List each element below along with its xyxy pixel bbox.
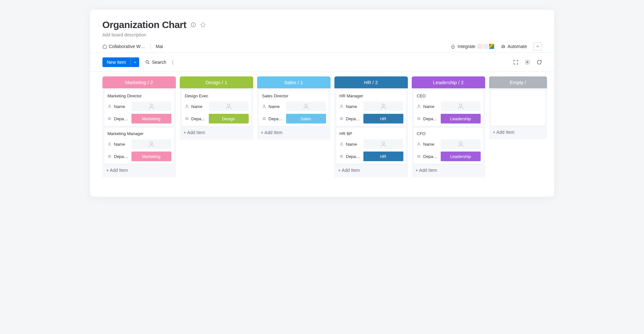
chevron-up-icon bbox=[535, 44, 540, 49]
row-label-name: Name bbox=[269, 104, 284, 109]
department-value[interactable]: Leadership bbox=[441, 152, 481, 161]
name-avatar-cell[interactable] bbox=[209, 102, 249, 111]
app-window: Organization Chart Add board description… bbox=[90, 10, 554, 197]
kanban-board[interactable]: Marketing / 2Marketing DirectorNameDepar… bbox=[90, 72, 554, 177]
row-label-department: Depart… bbox=[114, 116, 130, 121]
expand-icon bbox=[513, 59, 519, 65]
card-row-department: Depart…HR bbox=[336, 113, 406, 126]
search-button[interactable]: Search bbox=[145, 60, 166, 65]
name-avatar-cell[interactable] bbox=[286, 102, 326, 111]
column-header[interactable]: Leadership / 2 bbox=[412, 76, 485, 88]
workspace-label: Collaborative W… bbox=[109, 44, 145, 49]
row-label-name: Name bbox=[114, 104, 130, 109]
column-header[interactable]: Marketing / 2 bbox=[102, 76, 176, 88]
main-table-tab[interactable]: Mai bbox=[156, 40, 163, 53]
name-avatar-cell[interactable] bbox=[363, 102, 403, 111]
svg-point-47 bbox=[459, 142, 462, 144]
department-value[interactable]: Marketing bbox=[131, 152, 171, 161]
kanban-card[interactable]: Marketing DirectorNameDepart…Marketing bbox=[104, 90, 174, 126]
row-label-name: Name bbox=[114, 142, 130, 147]
kanban-card[interactable]: HR BPNameDepart…HR bbox=[336, 128, 406, 164]
kanban-card[interactable]: CFONameDepart…Leadership bbox=[414, 128, 483, 164]
kanban-card[interactable]: Marketing ManagerNameDepart…Marketing bbox=[104, 128, 174, 164]
person-icon bbox=[339, 142, 344, 146]
card-row-name: Name bbox=[336, 100, 406, 113]
kanban-column: Design / 1Design ExecNameDepart…Design+ … bbox=[180, 76, 253, 140]
list-icon bbox=[107, 116, 112, 121]
list-icon bbox=[416, 116, 421, 121]
name-avatar-cell[interactable] bbox=[441, 102, 481, 111]
person-icon bbox=[107, 142, 112, 146]
row-label-department: Depart… bbox=[423, 154, 439, 159]
add-item-button[interactable]: + Add Item bbox=[257, 126, 331, 138]
person-icon bbox=[107, 104, 112, 109]
kanban-card[interactable]: HR ManagerNameDepart…HR bbox=[336, 90, 406, 126]
board-description[interactable]: Add board description bbox=[102, 32, 554, 37]
row-label-name: Name bbox=[191, 104, 207, 109]
settings-button[interactable] bbox=[524, 59, 530, 65]
row-label-department: Depart… bbox=[114, 154, 130, 159]
list-icon bbox=[107, 154, 112, 159]
svg-point-27 bbox=[305, 104, 307, 106]
kanban-column: Sales / 1Sales DirectorNameDepart…Sales+… bbox=[257, 76, 331, 140]
card-title: Marketing Manager bbox=[104, 128, 174, 138]
fullscreen-button[interactable] bbox=[513, 59, 519, 65]
name-avatar-cell[interactable] bbox=[131, 139, 171, 149]
card-row-department: Depart…Leadership bbox=[414, 150, 483, 164]
workspace-breadcrumb[interactable]: Collaborative W… bbox=[102, 40, 145, 53]
svg-point-46 bbox=[418, 142, 419, 144]
svg-point-42 bbox=[459, 104, 462, 106]
svg-point-11 bbox=[109, 105, 110, 106]
department-value[interactable]: Leadership bbox=[441, 114, 481, 123]
column-header[interactable]: Design / 1 bbox=[180, 76, 253, 88]
svg-point-22 bbox=[227, 104, 230, 106]
add-item-button[interactable]: + Add Item bbox=[489, 126, 547, 137]
department-value[interactable]: HR bbox=[363, 152, 403, 161]
board-toolbar: New Item Search ( bbox=[90, 53, 554, 72]
collapse-header-button[interactable] bbox=[533, 42, 542, 51]
department-value[interactable]: Marketing bbox=[131, 114, 171, 123]
list-icon bbox=[262, 116, 267, 121]
person-icon bbox=[184, 104, 189, 109]
automate-button[interactable]: Automate bbox=[501, 44, 527, 49]
svg-point-21 bbox=[186, 105, 187, 106]
department-value[interactable]: Sales bbox=[286, 114, 326, 123]
robot-icon bbox=[501, 44, 506, 49]
column-header[interactable]: HR / 2 bbox=[334, 76, 408, 88]
add-item-button[interactable]: + Add Item bbox=[412, 164, 485, 175]
name-avatar-cell[interactable] bbox=[131, 102, 171, 111]
add-item-button[interactable]: + Add Item bbox=[180, 126, 253, 138]
department-value[interactable]: HR bbox=[363, 114, 403, 123]
new-item-dropdown[interactable] bbox=[130, 57, 139, 67]
kanban-column: HR / 2HR ManagerNameDepart…HRHR BPNameDe… bbox=[334, 76, 408, 177]
card-row-department: Depart…Sales bbox=[259, 113, 329, 126]
integrate-button[interactable]: Integrate bbox=[450, 44, 494, 49]
card-row-name: Name bbox=[414, 138, 483, 150]
name-avatar-cell[interactable] bbox=[441, 139, 481, 149]
department-value[interactable]: Design bbox=[209, 114, 249, 123]
svg-point-41 bbox=[418, 105, 419, 106]
comments-button[interactable] bbox=[536, 59, 542, 65]
kanban-card[interactable]: Design ExecNameDepart…Design bbox=[182, 90, 251, 126]
star-icon[interactable] bbox=[200, 22, 206, 28]
integrate-label: Integrate bbox=[457, 44, 475, 49]
kanban-column: Leadership / 2CEONameDepart…LeadershipCF… bbox=[412, 76, 485, 177]
search-label: Search bbox=[152, 60, 166, 65]
new-item-button[interactable]: New Item bbox=[102, 57, 139, 67]
add-item-button[interactable]: + Add Item bbox=[334, 164, 408, 175]
card-row-name: Name bbox=[259, 100, 329, 113]
kanban-card[interactable]: CEONameDepart…Leadership bbox=[414, 90, 483, 126]
column-header[interactable]: Empty / bbox=[489, 76, 547, 88]
name-avatar-cell[interactable] bbox=[363, 139, 403, 149]
row-label-department: Depart… bbox=[191, 116, 207, 121]
column-header[interactable]: Sales / 1 bbox=[257, 76, 331, 88]
person-icon bbox=[262, 104, 267, 109]
add-item-button[interactable]: + Add Item bbox=[102, 164, 176, 175]
chat-icon bbox=[536, 59, 542, 65]
info-icon[interactable] bbox=[190, 22, 196, 28]
kanban-card[interactable]: Sales DirectorNameDepart…Sales bbox=[259, 90, 329, 126]
page-title: Organization Chart bbox=[102, 19, 187, 30]
plug-icon bbox=[450, 44, 456, 49]
svg-point-2 bbox=[193, 24, 194, 24]
row-label-department: Depart… bbox=[346, 116, 361, 121]
